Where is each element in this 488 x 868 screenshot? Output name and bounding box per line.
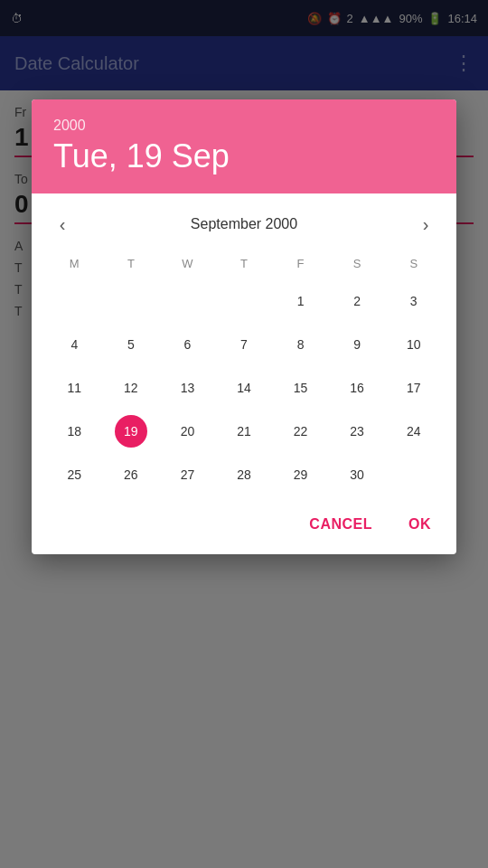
date-picker-dialog: 2000 Tue, 19 Sep ‹ September 2000 › M T … — [32, 99, 456, 554]
day-21[interactable]: 21 — [216, 411, 273, 451]
dow-row: M T W T F S S — [46, 251, 442, 276]
day-empty — [103, 281, 160, 321]
month-nav: ‹ September 2000 › — [46, 208, 442, 241]
dow-mon: M — [46, 251, 103, 276]
day-27[interactable]: 27 — [159, 455, 216, 495]
day-empty — [216, 281, 273, 321]
day-28[interactable]: 28 — [216, 455, 273, 495]
day-12[interactable]: 12 — [103, 368, 160, 408]
day-22[interactable]: 22 — [272, 411, 329, 451]
day-7[interactable]: 7 — [216, 325, 273, 364]
day-30[interactable]: 30 — [329, 455, 386, 495]
day-6[interactable]: 6 — [159, 325, 216, 364]
day-11[interactable]: 11 — [46, 368, 103, 408]
day-18[interactable]: 18 — [46, 411, 103, 451]
day-15[interactable]: 15 — [272, 368, 329, 408]
day-empty — [385, 455, 442, 495]
dow-wed: W — [159, 251, 216, 276]
dialog-actions: CANCEL OK — [32, 502, 456, 554]
ok-button[interactable]: OK — [398, 509, 442, 540]
day-25[interactable]: 25 — [46, 455, 103, 495]
calendar: ‹ September 2000 › M T W T F S S 1234567… — [32, 193, 456, 502]
selected-year: 2000 — [53, 118, 435, 134]
day-20[interactable]: 20 — [159, 411, 216, 451]
day-17[interactable]: 17 — [385, 368, 442, 408]
day-16[interactable]: 16 — [329, 368, 386, 408]
day-13[interactable]: 13 — [159, 368, 216, 408]
dow-thu: T — [216, 251, 273, 276]
day-4[interactable]: 4 — [46, 325, 103, 364]
dow-fri: F — [272, 251, 329, 276]
day-empty — [46, 281, 103, 321]
dow-tue: T — [103, 251, 160, 276]
month-title: September 2000 — [191, 216, 297, 232]
selected-date: Tue, 19 Sep — [53, 137, 435, 175]
day-19[interactable]: 19 — [103, 411, 160, 451]
day-26[interactable]: 26 — [103, 455, 160, 495]
day-14[interactable]: 14 — [216, 368, 273, 408]
day-23[interactable]: 23 — [329, 411, 386, 451]
prev-month-button[interactable]: ‹ — [46, 208, 79, 241]
day-5[interactable]: 5 — [103, 325, 160, 364]
dow-sat: S — [329, 251, 386, 276]
dow-sun: S — [385, 251, 442, 276]
day-empty — [159, 281, 216, 321]
day-1[interactable]: 1 — [272, 281, 329, 321]
day-24[interactable]: 24 — [385, 411, 442, 451]
day-8[interactable]: 8 — [272, 325, 329, 364]
day-3[interactable]: 3 — [385, 281, 442, 321]
day-10[interactable]: 10 — [385, 325, 442, 364]
dialog-header: 2000 Tue, 19 Sep — [32, 99, 456, 193]
day-29[interactable]: 29 — [272, 455, 329, 495]
next-month-button[interactable]: › — [409, 208, 442, 241]
day-9[interactable]: 9 — [329, 325, 386, 364]
cancel-button[interactable]: CANCEL — [298, 509, 383, 540]
calendar-grid: 1234567891011121314151617181920212223242… — [46, 281, 442, 495]
day-2[interactable]: 2 — [329, 281, 386, 321]
